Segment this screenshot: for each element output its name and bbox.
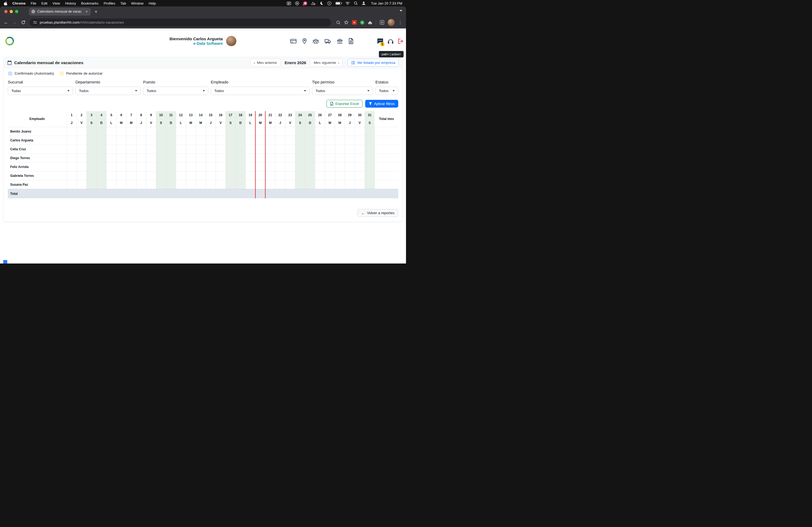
day-cell bbox=[67, 145, 76, 153]
day-cell bbox=[275, 180, 285, 189]
apply-filters-button[interactable]: Aplicar filtros bbox=[365, 100, 398, 108]
filter-select-empleado[interactable]: Todos bbox=[211, 87, 309, 95]
day-cell bbox=[206, 171, 216, 180]
filter-select-departamento[interactable]: Todos bbox=[75, 87, 141, 95]
total-day-cell bbox=[176, 189, 186, 198]
tab-close-icon[interactable]: ✕ bbox=[85, 10, 88, 13]
day-cell bbox=[86, 171, 97, 180]
forward-icon[interactable]: → bbox=[12, 20, 17, 25]
day-letter-header: M bbox=[335, 119, 345, 127]
document-icon[interactable] bbox=[349, 38, 353, 44]
total-day-cell bbox=[325, 189, 335, 198]
menu-item-view[interactable]: View bbox=[52, 1, 60, 5]
filter-select-puesto[interactable]: Todos bbox=[143, 87, 208, 95]
menu-kebab-icon[interactable]: ⋮ bbox=[398, 20, 402, 25]
total-cell bbox=[375, 127, 398, 136]
day-cell bbox=[206, 153, 216, 162]
day-cell bbox=[335, 127, 345, 136]
total-day-cell bbox=[126, 189, 136, 198]
menubar-clock[interactable]: Tue Jan 20 7:33 PM bbox=[371, 1, 402, 5]
day-cell bbox=[126, 171, 136, 180]
bank-icon[interactable] bbox=[337, 39, 343, 44]
user-avatar[interactable] bbox=[226, 36, 236, 46]
pink-x-app-icon[interactable] bbox=[303, 1, 307, 5]
extensions-puzzle-icon[interactable] bbox=[368, 20, 373, 25]
day-cell bbox=[116, 127, 126, 136]
menu-item-profiles[interactable]: Profiles bbox=[104, 1, 115, 5]
menu-item-window[interactable]: Window bbox=[131, 1, 143, 5]
truck-icon[interactable] bbox=[325, 39, 331, 44]
day-cell bbox=[206, 127, 216, 136]
user-switch-icon[interactable] bbox=[362, 1, 366, 5]
menu-item-file[interactable]: File bbox=[31, 1, 36, 5]
close-window-button[interactable] bbox=[4, 10, 8, 13]
mountain-icon[interactable] bbox=[311, 2, 316, 5]
filter-select-estatus[interactable]: Todos bbox=[375, 87, 398, 95]
day-cell bbox=[226, 162, 235, 171]
filter-label: Empleado bbox=[211, 80, 309, 84]
company-logo[interactable] bbox=[4, 35, 16, 47]
chat-icon[interactable]: 5 bbox=[377, 38, 383, 44]
day-cell bbox=[335, 145, 345, 153]
map-pin-icon[interactable] bbox=[302, 38, 307, 44]
apple-logo-icon[interactable] bbox=[4, 1, 8, 5]
total-day-cell bbox=[97, 189, 106, 198]
employee-row: Gabriela Torres bbox=[8, 171, 398, 180]
browser-tab[interactable]: Calendario mensual de vacac ✕ bbox=[29, 8, 91, 16]
menu-item-help[interactable]: Help bbox=[149, 1, 156, 5]
address-bar[interactable]: pruebas.planillarrhh.com/rrhh/calendario… bbox=[30, 18, 331, 27]
export-excel-button[interactable]: Exportar Excel bbox=[327, 100, 362, 108]
battery-icon[interactable] bbox=[335, 2, 341, 5]
reload-icon[interactable] bbox=[21, 20, 26, 25]
wifi-icon[interactable] bbox=[345, 2, 350, 5]
menu-item-bookmarks[interactable]: Bookmarks bbox=[81, 1, 99, 5]
chevron-right-icon: › bbox=[338, 61, 339, 65]
maximize-window-button[interactable] bbox=[15, 10, 18, 13]
chevron-left-icon: ‹ bbox=[254, 61, 255, 65]
new-tab-button[interactable]: + bbox=[95, 9, 98, 14]
day-cell bbox=[235, 180, 245, 189]
asterisk-icon[interactable] bbox=[295, 1, 299, 5]
total-day-cell bbox=[355, 189, 365, 198]
day-cell bbox=[365, 180, 375, 189]
back-to-reports-button[interactable]: ← Volver a reportes bbox=[358, 209, 398, 217]
menu-item-chrome[interactable]: Chrome bbox=[12, 1, 26, 5]
moon-icon[interactable] bbox=[320, 1, 323, 5]
total-day-cell bbox=[67, 189, 76, 198]
profile-avatar[interactable] bbox=[388, 19, 395, 26]
chat-widget-stub[interactable] bbox=[3, 260, 7, 264]
favorites-icon[interactable] bbox=[380, 20, 384, 25]
minimize-window-button[interactable] bbox=[10, 10, 13, 13]
spotlight-search-icon[interactable] bbox=[354, 1, 358, 5]
search-icon[interactable] bbox=[336, 20, 340, 25]
menu-item-history[interactable]: History bbox=[65, 1, 76, 5]
view-list-button[interactable]: Ver listado por empresa bbox=[347, 59, 399, 66]
prev-month-button[interactable]: ‹Mes anterior bbox=[250, 59, 280, 66]
menu-item-tab[interactable]: Tab bbox=[120, 1, 126, 5]
list-window-icon[interactable] bbox=[287, 2, 291, 5]
total-day-cell bbox=[116, 189, 126, 198]
day-letter-header: M bbox=[186, 119, 196, 127]
legend-swatch bbox=[60, 72, 64, 75]
site-settings-icon[interactable] bbox=[33, 20, 37, 25]
filter-select-tipo-permiso[interactable]: Todos bbox=[312, 87, 373, 95]
logout-icon[interactable] bbox=[398, 39, 404, 44]
menu-item-edit[interactable]: Edit bbox=[41, 1, 47, 5]
back-icon[interactable]: ← bbox=[4, 20, 8, 25]
employee-row: Feliz Arriola bbox=[8, 162, 398, 171]
play-circle-icon[interactable] bbox=[327, 1, 331, 5]
day-number-header: 3 bbox=[86, 111, 97, 119]
filter-select-sucursal[interactable]: Todas bbox=[8, 87, 73, 95]
tab-search-icon[interactable] bbox=[400, 10, 402, 12]
next-month-button[interactable]: Mes siguiente› bbox=[310, 59, 343, 66]
people-icon[interactable] bbox=[313, 39, 319, 44]
bookmark-star-icon[interactable] bbox=[344, 20, 349, 25]
headphones-icon[interactable] bbox=[388, 39, 394, 44]
credit-card-icon[interactable] bbox=[290, 39, 296, 44]
pdf-extension-icon[interactable]: A bbox=[352, 20, 357, 25]
day-cell bbox=[245, 162, 255, 171]
day-cell bbox=[116, 180, 126, 189]
day-letter-header: M bbox=[126, 119, 136, 127]
total-day-cell bbox=[235, 189, 245, 198]
green-extension-icon[interactable]: G bbox=[360, 20, 364, 25]
